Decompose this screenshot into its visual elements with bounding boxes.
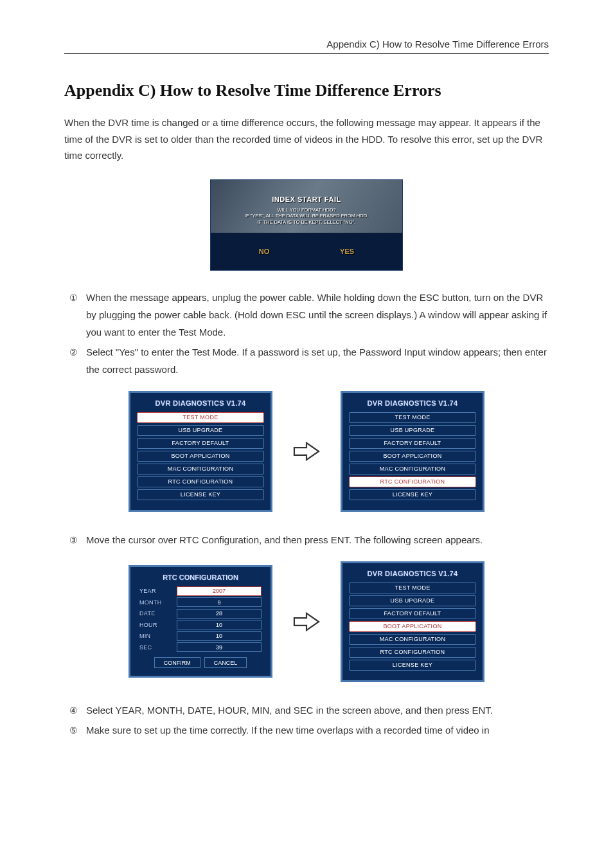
steps-list-2: ③Move the cursor over RTC Configuration,… — [64, 531, 549, 548]
rtc-value[interactable]: 39 — [177, 642, 262, 652]
diag-menu-item[interactable]: FACTORY DEFAULT — [349, 608, 476, 619]
dvr-dialog-message: WILL YOU FORMAT HDD? IF "YES", ALL THE D… — [211, 207, 402, 226]
figure-diag-menus: DVR DIAGNOSTICS V1.74 TEST MODEUSB UPGRA… — [64, 391, 549, 512]
dvr-dialog-buttons: NO YES — [211, 233, 402, 270]
step-number: ③ — [69, 532, 78, 548]
header-text: Appendix C) How to Resolve Time Differen… — [326, 39, 549, 50]
rtc-title: RTC CONFIGURATION — [139, 574, 262, 581]
diag-menu-item[interactable]: USB UPGRADE — [349, 425, 476, 436]
diag-menu-item[interactable]: RTC CONFIGURATION — [349, 476, 476, 487]
step-item: ③Move the cursor over RTC Configuration,… — [64, 531, 549, 548]
step-item: ⑤Make sure to set up the time correctly.… — [64, 721, 549, 739]
diag-panel-right: DVR DIAGNOSTICS V1.74 TEST MODEUSB UPGRA… — [341, 391, 484, 512]
step-text: Select "Yes" to enter the Test Mode. If … — [86, 347, 547, 375]
confirm-button[interactable]: CONFIRM — [154, 657, 200, 668]
dvr-dialog-title: INDEX START FAIL — [211, 195, 402, 203]
steps-list-1: ①When the message appears, unplug the po… — [64, 289, 549, 378]
page-title: Appendix C) How to Resolve Time Differen… — [64, 81, 549, 100]
diag-menu-item[interactable]: BOOT APPLICATION — [349, 621, 476, 632]
diag-menu-item[interactable]: LICENSE KEY — [349, 489, 476, 500]
rtc-label: YEAR — [139, 588, 177, 594]
diag-menu-item[interactable]: USB UPGRADE — [349, 595, 476, 606]
figure-index-start-fail: INDEX START FAIL WILL YOU FORMAT HDD? IF… — [64, 179, 549, 271]
rtc-value[interactable]: 2007 — [177, 586, 262, 596]
arrow-right-icon — [290, 609, 323, 635]
dvr-dialog-line1: WILL YOU FORMAT HDD? — [211, 207, 402, 213]
steps-list-3: ④Select YEAR, MONTH, DATE, HOUR, MIN, an… — [64, 701, 549, 739]
page-header: Appendix C) How to Resolve Time Differen… — [64, 39, 549, 54]
diag-menu-item[interactable]: MAC CONFIGURATION — [349, 634, 476, 645]
dvr-dialog-line2: IF "YES", ALL THE DATA WILL BE ERASED FR… — [211, 213, 402, 219]
step-text: Select YEAR, MONTH, DATE, HOUR, MIN, and… — [86, 705, 493, 716]
diag-menu-item[interactable]: RTC CONFIGURATION — [349, 647, 476, 658]
rtc-row: MIN10 — [139, 631, 262, 641]
arrow-right-icon — [290, 439, 323, 464]
diag-menu-item[interactable]: BOOT APPLICATION — [349, 451, 476, 462]
dvr-dialog-top: INDEX START FAIL WILL YOU FORMAT HDD? IF… — [211, 180, 402, 233]
rtc-value[interactable]: 10 — [177, 620, 262, 629]
dvr-dialog: INDEX START FAIL WILL YOU FORMAT HDD? IF… — [210, 179, 403, 271]
rtc-label: SEC — [139, 644, 177, 651]
diag-title-left: DVR DIAGNOSTICS V1.74 — [137, 399, 264, 407]
rtc-label: HOUR — [139, 622, 177, 628]
diag-menu-item[interactable]: LICENSE KEY — [137, 489, 264, 500]
rtc-value[interactable]: 28 — [177, 609, 262, 619]
step-item: ②Select "Yes" to enter the Test Mode. If… — [64, 343, 549, 378]
diag-menu-item[interactable]: FACTORY DEFAULT — [349, 438, 476, 449]
no-button[interactable]: NO — [259, 248, 270, 255]
rtc-label: MIN — [139, 633, 177, 639]
rtc-row: SEC39 — [139, 642, 262, 652]
rtc-panel: RTC CONFIGURATION YEAR2007MONTH9DATE28HO… — [129, 565, 272, 678]
diag-menu-item[interactable]: LICENSE KEY — [349, 660, 476, 671]
cancel-button[interactable]: CANCEL — [204, 657, 247, 668]
diag-menu-item[interactable]: TEST MODE — [349, 583, 476, 593]
rtc-row: DATE28 — [139, 609, 262, 619]
step-number: ② — [69, 345, 78, 361]
dvr-dialog-line3: IF THE DATA IS TO BE KEPT, SELECT "NO". — [211, 219, 402, 226]
diag-menu-item[interactable]: MAC CONFIGURATION — [137, 464, 264, 475]
rtc-row: HOUR10 — [139, 620, 262, 629]
diag-menu-item[interactable]: TEST MODE — [349, 412, 476, 423]
rtc-label: DATE — [139, 610, 177, 617]
diag-panel-right2: DVR DIAGNOSTICS V1.74 TEST MODEUSB UPGRA… — [341, 561, 484, 682]
rtc-value[interactable]: 9 — [177, 597, 262, 607]
step-number: ④ — [69, 703, 78, 719]
rtc-row: YEAR2007 — [139, 586, 262, 596]
diag-menu-item[interactable]: MAC CONFIGURATION — [349, 464, 476, 475]
step-text: When the message appears, unplug the pow… — [86, 292, 547, 338]
rtc-value[interactable]: 10 — [177, 631, 262, 641]
yes-button[interactable]: YES — [340, 248, 354, 255]
diag-title-right: DVR DIAGNOSTICS V1.74 — [349, 399, 476, 407]
step-item: ④Select YEAR, MONTH, DATE, HOUR, MIN, an… — [64, 701, 549, 719]
rtc-buttons: CONFIRM CANCEL — [139, 657, 262, 668]
step-number: ① — [69, 290, 78, 306]
diag-menu-item[interactable]: BOOT APPLICATION — [137, 451, 264, 462]
diag-title-right2: DVR DIAGNOSTICS V1.74 — [349, 570, 476, 577]
diag-menu-item[interactable]: USB UPGRADE — [137, 425, 264, 436]
diag-panel-left: DVR DIAGNOSTICS V1.74 TEST MODEUSB UPGRA… — [129, 391, 272, 512]
rtc-label: MONTH — [139, 599, 177, 606]
step-number: ⑤ — [69, 723, 78, 739]
diag-menu-item[interactable]: TEST MODE — [137, 412, 264, 423]
step-text: Make sure to set up the time correctly. … — [86, 725, 490, 736]
diag-menu-item[interactable]: RTC CONFIGURATION — [137, 476, 264, 487]
intro-paragraph: When the DVR time is changed or a time d… — [64, 114, 549, 164]
diag-menu-item[interactable]: FACTORY DEFAULT — [137, 438, 264, 449]
step-item: ①When the message appears, unplug the po… — [64, 289, 549, 341]
figure-rtc-config: RTC CONFIGURATION YEAR2007MONTH9DATE28HO… — [64, 561, 549, 682]
rtc-row: MONTH9 — [139, 597, 262, 607]
step-text: Move the cursor over RTC Configuration, … — [86, 534, 483, 545]
